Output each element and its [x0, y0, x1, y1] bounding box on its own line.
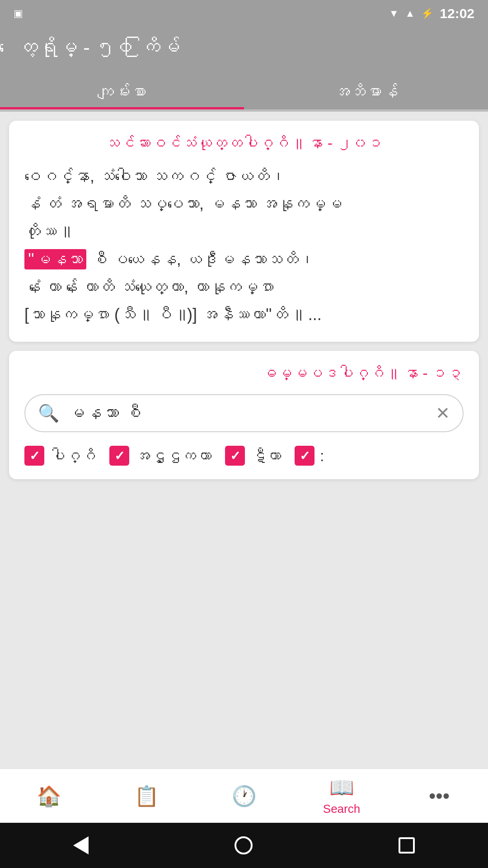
checkbox-label-3: ဋီကာ [250, 447, 281, 465]
checkbox-check-4: ✓ [300, 448, 310, 463]
home-icon: 🏠 [37, 784, 61, 808]
search-nav-label: Search [323, 802, 360, 816]
checkbox-box-4[interactable]: ✓ [295, 446, 314, 466]
bottom-nav: 🏠 📋 🕐 📖 Search ••• [0, 769, 488, 823]
checkbox-label-1: ပါဂ္ဂိ [50, 447, 96, 465]
more-icon: ••• [429, 785, 450, 807]
checkbox-check-2: ✓ [114, 448, 125, 463]
app-title: တေ့ရိုမ္ - ၅၀ ကြိမ် [18, 36, 180, 58]
home-button[interactable] [235, 836, 253, 854]
checkbox-check-1: ✓ [29, 448, 40, 463]
tabs-bar: ကျမ်းစာ အဘိဓာန် [0, 72, 488, 109]
result-card-1: သင်ဆာဝင်သံယုတ္တပါဂ္ဂိ ॥ နာ - ၂၀၁ ဝင်္ဂေန… [9, 121, 479, 342]
app-header: တေ့ရိုမ္ - ၅၀ ကြိမ် [0, 27, 488, 72]
search-input[interactable] [67, 404, 427, 423]
signal-icon: ▲ [405, 8, 415, 19]
checkbox-label-4: : [320, 447, 324, 465]
checkbox-item-1[interactable]: ✓ ပါဂ္ဂိ [24, 446, 96, 466]
wifi-icon: ▼ [389, 8, 399, 19]
checkbox-item-2[interactable]: ✓ အဌ္ဌကထာ [109, 446, 211, 466]
recents-button[interactable] [399, 837, 415, 854]
checkbox-item-3[interactable]: ✓ ဋီကာ [225, 446, 281, 466]
search-clear-icon[interactable]: ✕ [436, 403, 450, 423]
status-bar: ▣ ▼ ▲ ⚡ 12:02 [0, 0, 488, 27]
status-bar-right: ▼ ▲ ⚡ 12:02 [389, 6, 474, 21]
checkbox-item-4[interactable]: ✓ : [295, 446, 324, 466]
system-nav-bar [0, 823, 488, 868]
nav-search[interactable]: 📖 Search [293, 776, 390, 816]
card-1-body: ဝင်္ဂေနာ, သံဝါသော သကင်္ဂ ဇာယတိ၊ နံ တံ အရ… [24, 162, 464, 328]
back-button[interactable] [73, 836, 89, 854]
card-1-title: သင်ဆာဝင်သံယုတ္တပါဂ္ဂိ ॥ နာ - ၂၀၁ [24, 134, 464, 152]
sim-icon: ▣ [14, 8, 23, 19]
nav-more[interactable]: ••• [390, 785, 488, 807]
status-bar-left: ▣ [14, 8, 23, 19]
checkbox-box-3[interactable]: ✓ [225, 446, 245, 466]
main-content: သင်ဆာဝင်သံယုတ္တပါဂ္ဂိ ॥ နာ - ၂၀၁ ဝင်္ဂေန… [0, 112, 488, 769]
checkbox-box-1[interactable]: ✓ [24, 446, 44, 466]
checkbox-label-2: အဌ္ဌကထာ [135, 447, 211, 465]
tab-kaymesa[interactable]: ကျမ်းစာ [0, 72, 244, 109]
nav-bookmarks[interactable]: 📋 [98, 784, 195, 808]
card-2-title: ဓမ္မပဒပါဂ္ဂိ ॥ နာ - ၁၃ [24, 364, 464, 382]
status-time: 12:02 [440, 6, 474, 21]
checkbox-box-2[interactable]: ✓ [109, 446, 129, 466]
search-nav-icon: 📖 [329, 776, 354, 799]
card-1-body-before: ဝင်္ဂေနာ, သံဝါသော သကင်္ဂ ဇာယတိ၊ နံ တံ အရ… [24, 167, 342, 241]
search-input-wrapper: 🔍 ✕ [24, 394, 464, 432]
search-magnify-icon: 🔍 [38, 403, 59, 423]
checkboxes-row: ✓ ပါဂ္ဂိ ✓ အဌ္ဌကထာ ✓ ဋီကာ ✓ : [24, 446, 464, 466]
highlight-text: ''မနသာ [24, 249, 86, 269]
checkbox-check-3: ✓ [230, 448, 240, 463]
nav-home[interactable]: 🏠 [0, 784, 98, 808]
result-card-2: ဓမ္မပဒပါဂ္ဂိ ॥ နာ - ၁၃ 🔍 ✕ ✓ ပါဂ္ဂိ ✓ အဌ… [9, 351, 479, 479]
history-icon: 🕐 [232, 784, 257, 808]
battery-icon: ⚡ [421, 8, 433, 19]
nav-history[interactable]: 🕐 [195, 784, 293, 808]
bookmarks-icon: 📋 [134, 784, 159, 808]
tab-azon[interactable]: အဘိဓာန် [244, 72, 488, 109]
